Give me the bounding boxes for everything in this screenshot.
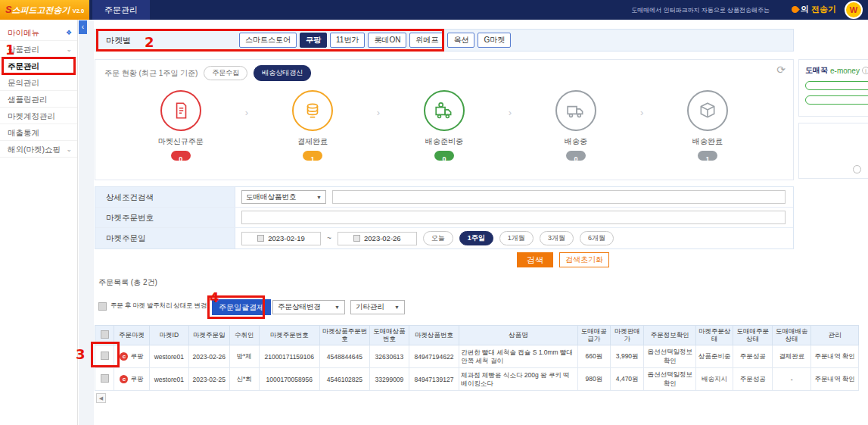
emoney-brand: 도매꾹 (805, 65, 828, 76)
logo-s: S (5, 4, 12, 15)
col-header: 마켓상품주문번호 (319, 326, 370, 345)
market-id: westore01 (149, 345, 188, 368)
market-id: westore01 (149, 368, 188, 391)
date-to-input[interactable]: 2023-02-26 (338, 232, 417, 245)
order-detail-link[interactable]: 주문내역 확인 (811, 368, 859, 391)
status-steps: 마켓신규주문 0 › 결제완료 1 › 배송준비중 0 › 배송중 0 › (95, 90, 793, 161)
order-detail-link[interactable]: 주문내역 확인 (811, 345, 859, 368)
app-logo[interactable]: S스피드고전송기 V2.0 (0, 0, 89, 20)
col-header: 마켓ID (149, 326, 188, 345)
col-header: 주문정보확인 (644, 326, 696, 345)
table-header-row: 주문마켓 마켓ID 마켓주문일 수취인 마켓주문번호 마켓상품주문번호 도매매상… (95, 326, 859, 345)
range-1week-button[interactable]: 1주일 (459, 231, 493, 245)
table-row: c쿠팡 westore01 2023-02-26 방*제 21000171159… (95, 345, 859, 368)
detail-search-input[interactable] (332, 190, 786, 204)
col-header: 마켓주문일 (189, 326, 229, 345)
order-status-title: 주문 현황 (최근 1주일 기준) (104, 68, 198, 79)
chevron-down-icon: ▼ (334, 305, 340, 310)
select-value: 주문상태변경 (278, 302, 321, 312)
row-checkbox[interactable] (101, 374, 109, 383)
select-all-checkbox[interactable] (101, 330, 109, 339)
sidebar-item-orders[interactable]: 주문관리 (0, 58, 77, 74)
market-tab-wemakeprice[interactable]: 위메프 (409, 33, 444, 48)
step-label: 마켓신규주문 (158, 136, 204, 147)
order-no: 1000170058956 (259, 368, 319, 391)
date-range-separator: ~ (327, 234, 331, 242)
step-count-badge: 1 (303, 151, 322, 161)
status-step-paid[interactable]: 결제완료 1 (248, 90, 377, 161)
market-order-no-input[interactable] (241, 211, 786, 224)
step-circle (424, 90, 465, 131)
help-circle-icon[interactable] (853, 165, 861, 173)
my-menu-icon: ❖ (66, 24, 72, 41)
status-step-new-orders[interactable]: 마켓신규주문 0 (117, 90, 245, 161)
sidebar-item-overseas[interactable]: 해외(마켓)쇼핑 ⌄ (0, 141, 77, 158)
info-icon[interactable]: i (862, 67, 868, 74)
receipt-icon (171, 101, 191, 120)
box-icon (698, 101, 717, 120)
range-3month-button[interactable]: 3개월 (540, 231, 574, 245)
search-row-detail: 상세조건검색 도매매상품번호 ▼ (95, 187, 793, 208)
range-1month-button[interactable]: 1개월 (499, 231, 534, 245)
market-tab-smartstore[interactable]: 스마트스토어 (239, 33, 297, 48)
market-tab-gmarket[interactable]: G마켓 (478, 33, 511, 48)
shipping-status-refresh-button[interactable]: 배송상태갱신 (254, 65, 311, 81)
market-price: 3,990원 (611, 345, 644, 368)
step-circle (555, 90, 596, 131)
search-form: 상세조건검색 도매매상품번호 ▼ 마켓주문번호 마켓주문일 2023-02-19… (95, 186, 794, 249)
sidebar-collapse-button[interactable]: ‹ (79, 20, 87, 34)
scroll-left-button[interactable]: ◀ (96, 393, 106, 403)
sidebar-item-products[interactable]: 상품관리 ⌄ (0, 41, 77, 58)
etc-manage-select[interactable]: 기타관리 ▼ (350, 300, 405, 314)
order-info-check[interactable]: 옵션선택일정보확인 (644, 368, 696, 391)
step-circle (292, 90, 333, 131)
brand-name: 전송기 (811, 4, 836, 15)
chevron-down-icon: ⌄ (66, 141, 72, 158)
flame-icon (790, 5, 800, 14)
col-header: 주문마켓 (114, 326, 149, 345)
col-header: 도매매상품번호 (370, 326, 409, 345)
market-tab-auction[interactable]: 옥션 (447, 33, 474, 48)
coupang-logo-icon: c (120, 352, 128, 361)
tab-order-management[interactable]: 주문관리 (92, 0, 150, 20)
site-badge[interactable]: W (845, 1, 863, 19)
step-label: 배송완료 (692, 136, 723, 147)
select-value: 기타관리 (356, 302, 384, 312)
promo-text: 도매매에서 인터파크까지 자동으로 상품전송해주는 (631, 6, 770, 14)
date-from-input[interactable]: 2023-02-19 (241, 232, 321, 245)
order-collect-button[interactable]: 주문수집 (204, 66, 247, 80)
sidebar-item-label: 샘플링관리 (8, 95, 48, 104)
search-button[interactable]: 검색 (517, 252, 553, 267)
order-info-check[interactable]: 옵션선택일정보확인 (644, 345, 696, 368)
bulk-pay-button[interactable]: 주문일괄결제 (212, 299, 271, 315)
status-step-shipping[interactable]: 배송중 0 (512, 90, 640, 161)
sidebar-item-sales-stats[interactable]: 매출통계 (0, 124, 77, 141)
select-value: 도매매상품번호 (246, 192, 297, 202)
range-6month-button[interactable]: 6개월 (580, 231, 614, 245)
status-step-preparing[interactable]: 배송준비중 0 (380, 90, 509, 161)
side-card (798, 123, 868, 179)
sidebar-item-market-accounts[interactable]: 마켓계정관리 (0, 108, 77, 124)
search-reset-button[interactable]: 검색초기화 (559, 252, 609, 267)
sidebar-item-sampling[interactable]: 샘플링관리 (0, 91, 77, 108)
row-checkbox[interactable] (101, 352, 109, 360)
sidebar-item-label: 해외(마켓)쇼핑 (8, 145, 61, 154)
sidebar-item-label: 매출통계 (8, 128, 39, 137)
sidebar-item-my-menu[interactable]: 마이메뉴 ❖ (0, 24, 77, 41)
status-step-delivered[interactable]: 배송완료 1 (643, 90, 772, 161)
coins-icon (303, 101, 322, 120)
market-order-status: 배송지시 (696, 368, 733, 391)
range-today-button[interactable]: 오늘 (423, 231, 453, 245)
market-tab-coupang[interactable]: 쿠팡 (300, 33, 327, 48)
market-tab-11st[interactable]: 11번가 (330, 33, 365, 48)
order-status-change-select[interactable]: 주문상태변경 ▼ (272, 300, 345, 314)
truck-clock-icon (434, 101, 454, 120)
auto-status-checkbox[interactable] (98, 302, 107, 311)
refresh-icon[interactable]: ⟳ (776, 64, 786, 76)
search-row-label: 마켓주문번호 (95, 208, 235, 227)
market-tab-lotteon[interactable]: 롯데ON (368, 33, 406, 48)
search-type-select[interactable]: 도매매상품번호 ▼ (241, 190, 326, 204)
col-header: 도매매배송상태 (772, 326, 810, 345)
sidebar-item-inquiries[interactable]: 문의관리 (0, 74, 77, 91)
domeme-no: 33299009 (370, 368, 409, 391)
